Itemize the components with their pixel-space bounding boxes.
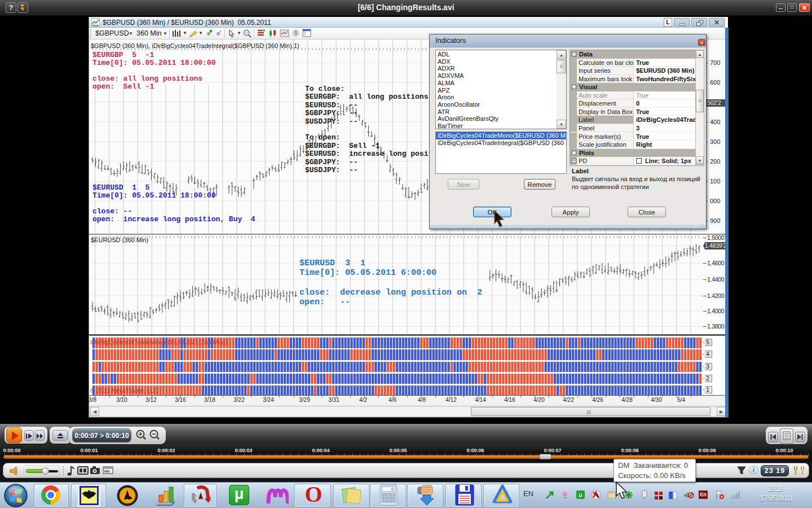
svg-text:0: 0	[391, 487, 394, 491]
